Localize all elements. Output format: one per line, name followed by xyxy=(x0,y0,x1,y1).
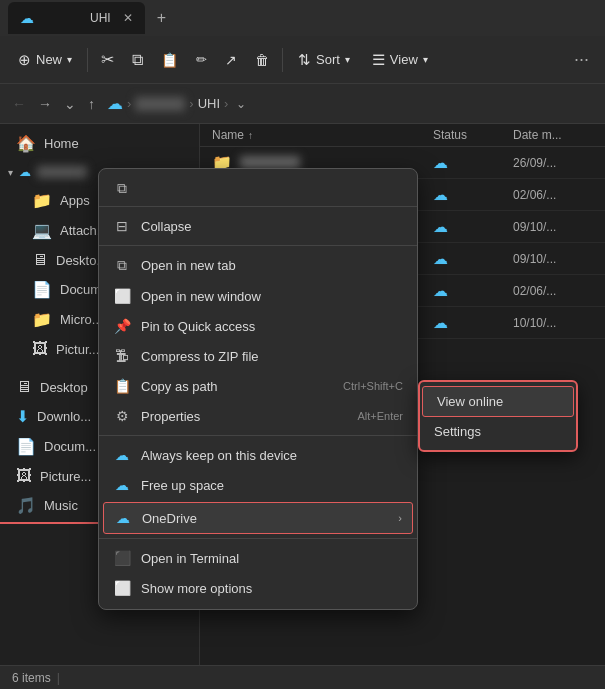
ctx-item-copy-path[interactable]: 📋 Copy as path Ctrl+Shift+C xyxy=(99,371,417,401)
sidebar-downloads-label: Downlo... xyxy=(37,409,91,424)
pictures-icon: 🖼 xyxy=(32,340,48,358)
copy-button[interactable]: ⧉ xyxy=(124,45,151,75)
title-bar: ☁ UHI ✕ + xyxy=(0,0,605,36)
row-status-6: ☁ xyxy=(433,314,513,332)
sort-icon: ⇅ xyxy=(298,51,311,69)
ctx-properties-shortcut: Alt+Enter xyxy=(357,410,403,422)
quick-desktop-icon: 🖥 xyxy=(16,378,32,396)
column-name: Name ↑ xyxy=(212,128,433,142)
row-status-5: ☁ xyxy=(433,282,513,300)
row-date-2: 02/06/... xyxy=(513,188,593,202)
ctx-item-terminal[interactable]: ⬛ Open in Terminal xyxy=(99,543,417,573)
ctx-more-label: Show more options xyxy=(141,581,403,596)
ctx-item-properties[interactable]: ⚙ Properties Alt+Enter xyxy=(99,401,417,431)
micro-icon: 📁 xyxy=(32,310,52,329)
row-date-3: 09/10/... xyxy=(513,220,593,234)
ctx-item-pin-quick-access[interactable]: 📌 Pin to Quick access xyxy=(99,311,417,341)
ctx-item-keep-device[interactable]: ☁ Always keep on this device xyxy=(99,440,417,470)
submenu-settings[interactable]: Settings xyxy=(420,417,576,446)
more-options-button[interactable]: ··· xyxy=(566,45,597,74)
breadcrumb-expand-button[interactable]: ⌄ xyxy=(236,97,246,111)
sort-button[interactable]: ⇅ Sort ▾ xyxy=(288,45,360,75)
tab-cloud-icon: ☁ xyxy=(20,10,34,26)
ctx-open-tab-label: Open in new tab xyxy=(141,258,403,273)
ctx-collapse-label: Collapse xyxy=(141,219,403,234)
ctx-copy-top[interactable]: ⧉ xyxy=(99,175,417,202)
rename-button[interactable]: ✏ xyxy=(188,46,215,73)
tab-uhi[interactable]: ☁ UHI ✕ xyxy=(8,2,145,34)
sidebar-quick-desktop-label: Desktop xyxy=(40,380,88,395)
sidebar-pictures-label: Pictur... xyxy=(56,342,99,357)
music-icon: 🎵 xyxy=(16,496,36,515)
row-status-2: ☁ xyxy=(433,186,513,204)
status-separator: | xyxy=(57,671,60,685)
ctx-properties-icon: ⚙ xyxy=(113,408,131,424)
sidebar-music-label: Music xyxy=(44,498,78,513)
view-label: View xyxy=(390,52,418,67)
ctx-onedrive-arrow: › xyxy=(398,512,402,524)
ctx-keep-label: Always keep on this device xyxy=(141,448,403,463)
documents-icon: 📄 xyxy=(32,280,52,299)
ctx-open-tab-icon: ⧉ xyxy=(113,257,131,274)
ctx-copy-path-icon: 📋 xyxy=(113,378,131,394)
sidebar-docs2-label: Docum... xyxy=(44,439,96,454)
ctx-free-label: Free up space xyxy=(141,478,403,493)
apps-folder-icon: 📁 xyxy=(32,191,52,210)
ctx-pin-icon: 📌 xyxy=(113,318,131,334)
docs2-icon: 📄 xyxy=(16,437,36,456)
ctx-item-open-new-tab[interactable]: ⧉ Open in new tab xyxy=(99,250,417,281)
view-button[interactable]: ☰ View ▾ xyxy=(362,45,438,75)
ctx-open-window-label: Open in new window xyxy=(141,289,403,304)
ctx-sep-2 xyxy=(99,435,417,436)
sidebar-home-label: Home xyxy=(44,136,79,151)
section-label-blurred xyxy=(37,166,87,178)
sort-arrow-icon: ↑ xyxy=(248,130,253,141)
ctx-sep-0 xyxy=(99,206,417,207)
sidebar-pics2-label: Picture... xyxy=(40,469,91,484)
ctx-free-icon: ☁ xyxy=(113,477,131,493)
sidebar-item-home[interactable]: 🏠 Home xyxy=(4,129,195,158)
breadcrumb-sep-3: › xyxy=(224,96,228,111)
item-count: 6 items xyxy=(12,671,51,685)
ctx-copy-icon: ⧉ xyxy=(113,180,131,197)
cut-button[interactable]: ✂ xyxy=(93,44,122,75)
row-date-6: 10/10/... xyxy=(513,316,593,330)
row-status-4: ☁ xyxy=(433,250,513,268)
column-status: Status xyxy=(433,128,513,142)
ctx-item-more-options[interactable]: ⬜ Show more options xyxy=(99,573,417,603)
delete-button[interactable]: 🗑 xyxy=(247,46,277,74)
add-tab-button[interactable]: + xyxy=(157,9,166,27)
status-col-label: Status xyxy=(433,128,467,142)
ctx-terminal-label: Open in Terminal xyxy=(141,551,403,566)
breadcrumb-bar: ← → ⌄ ↑ ☁ › › UHI › ⌄ xyxy=(0,84,605,124)
list-header: Name ↑ Status Date m... xyxy=(200,124,605,147)
date-col-label: Date m... xyxy=(513,128,562,142)
new-label: New xyxy=(36,52,62,67)
section-cloud-icon: ☁ xyxy=(19,165,31,179)
context-menu: ⧉ ⊟ Collapse ⧉ Open in new tab ⬜ Open in… xyxy=(98,168,418,610)
ctx-item-free-space[interactable]: ☁ Free up space xyxy=(99,470,417,500)
share-button[interactable]: ↗ xyxy=(217,46,245,74)
ctx-item-compress[interactable]: 🗜 Compress to ZIP file xyxy=(99,341,417,371)
ctx-more-icon: ⬜ xyxy=(113,580,131,596)
ctx-terminal-icon: ⬛ xyxy=(113,550,131,566)
ctx-item-onedrive[interactable]: ☁ OneDrive › xyxy=(103,502,413,534)
ctx-compress-label: Compress to ZIP file xyxy=(141,349,403,364)
tab-close-button[interactable]: ✕ xyxy=(123,11,133,25)
forward-button[interactable]: → xyxy=(34,92,56,116)
dropdown-button[interactable]: ⌄ xyxy=(60,92,80,116)
downloads-icon: ⬇ xyxy=(16,407,29,426)
up-button[interactable]: ↑ xyxy=(84,92,99,116)
ctx-copy-path-shortcut: Ctrl+Shift+C xyxy=(343,380,403,392)
submenu-view-online[interactable]: View online xyxy=(422,386,574,417)
pics2-icon: 🖼 xyxy=(16,467,32,485)
ctx-keep-icon: ☁ xyxy=(113,447,131,463)
desktop-icon: 🖥 xyxy=(32,251,48,269)
ctx-item-open-new-window[interactable]: ⬜ Open in new window xyxy=(99,281,417,311)
paste-button[interactable]: 📋 xyxy=(153,46,186,74)
breadcrumb-sep-1: › xyxy=(127,96,131,111)
back-button[interactable]: ← xyxy=(8,92,30,116)
ctx-item-collapse[interactable]: ⊟ Collapse xyxy=(99,211,417,241)
new-button[interactable]: ⊕ New ▾ xyxy=(8,45,82,75)
view-dropdown-icon: ▾ xyxy=(423,54,428,65)
